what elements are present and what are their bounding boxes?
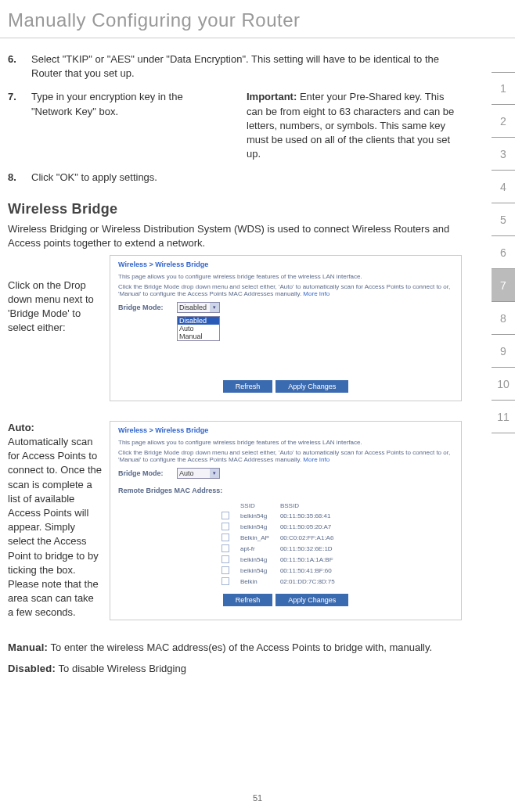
important-label: Important: [247,91,297,102]
screenshot-description-2: Click the Bridge Mode drop down menu and… [118,283,453,297]
bridge-mode-select[interactable]: Auto ▾ [177,468,220,479]
page-number: 51 [253,793,262,803]
step-6: 6. Select "TKIP" or "AES" under "Data En… [8,52,462,81]
section-tab-3[interactable]: 3 [492,138,515,171]
manual-text: To enter the wireless MAC address(es) of… [48,641,432,653]
table-row: belkin54g00:11:50:05:20:A7 [220,522,344,533]
disabled-label: Disabled: [8,663,56,674]
bridge-mode-dropdown[interactable]: Disabled Auto Manual [177,316,220,341]
step-7: 7. Type in your encryption key in the "N… [8,90,223,118]
table-row: apt-fr00:11:50:32:6E:1D [220,544,344,555]
refresh-button[interactable]: Refresh [223,594,273,606]
dropdown-option-auto[interactable]: Auto [178,325,219,332]
dropdown-option-manual[interactable]: Manual [178,332,219,340]
step-text: Select "TKIP" or "AES" under "Data Encry… [31,52,462,81]
bridge-mode-select[interactable]: Disabled ▾ [177,302,220,313]
screenshot-bridge-disabled: Wireless > Wireless Bridge This page all… [110,255,462,401]
manual-mode-line: Manual: To enter the wireless MAC addres… [8,640,462,656]
access-points-table: SSID BSSID belkin54g00:11:50:35:68:41 be… [220,501,344,587]
section-tab-7[interactable]: 7 [492,269,515,302]
checkbox[interactable] [221,555,229,563]
checkbox[interactable] [221,512,229,519]
step-number: 6. [8,52,31,81]
section-tab-4[interactable]: 4 [492,171,515,203]
screenshot-description: This page allows you to configure wirele… [118,439,453,446]
section-tabs: 1 2 3 4 5 6 7 8 9 10 11 [492,72,515,433]
section-tab-11[interactable]: 11 [492,401,515,433]
bridge-mode-label: Bridge Mode: [118,469,177,477]
screenshot-description-2: Click the Bridge Mode drop down menu and… [118,449,453,463]
checkbox[interactable] [221,544,229,552]
important-note: Important: Enter your Pre-Shared key. Th… [247,90,462,161]
wireless-bridge-intro: Wireless Bridging or Wireless Distributi… [8,222,462,250]
section-tab-9[interactable]: 9 [492,335,515,368]
disabled-mode-line: Disabled: To disable Wireless Bridging [8,661,462,677]
apply-changes-button[interactable]: Apply Changes [276,380,348,393]
dropdown-option-disabled[interactable]: Disabled [178,317,219,325]
step-8: 8. Click "OK" to apply settings. [8,171,462,185]
checkbox[interactable] [221,534,229,541]
apply-changes-button[interactable]: Apply Changes [276,594,348,606]
refresh-button[interactable]: Refresh [223,380,273,393]
more-info-link[interactable]: More Info [303,290,330,297]
table-row: Belkin_AP00:C0:02:FF:A1:A6 [220,533,344,544]
step-number: 7. [8,90,31,118]
bridge-mode-label: Bridge Mode: [118,304,177,311]
table-header-bssid: BSSID [279,501,344,511]
step-text: Click "OK" to apply settings. [31,171,462,185]
section-tab-6[interactable]: 6 [492,236,515,269]
chevron-down-icon[interactable]: ▾ [210,303,219,312]
chevron-down-icon[interactable]: ▾ [210,469,219,478]
table-row: Belkin02:01:DD:7C:8D:75 [220,577,344,587]
checkbox[interactable] [221,523,229,530]
auto-label: Auto: [8,421,102,435]
table-header-ssid: SSID [239,501,279,511]
breadcrumb: Wireless > Wireless Bridge [118,259,453,270]
bridge-mode-value: Disabled [179,304,207,311]
section-tab-1[interactable]: 1 [492,72,515,105]
step-number: 8. [8,171,31,185]
breadcrumb: Wireless > Wireless Bridge [118,425,453,436]
more-info-link[interactable]: More Info [303,456,330,463]
screenshot-description: This page allows you to configure wirele… [118,273,453,280]
section-tab-2[interactable]: 2 [492,105,515,138]
page-title: Manually Configuring your Router [0,0,515,38]
section-tab-5[interactable]: 5 [492,203,515,236]
checkbox[interactable] [221,577,229,585]
remote-bridges-label: Remote Bridges MAC Address: [118,487,453,494]
wireless-bridge-heading: Wireless Bridge [8,201,462,217]
manual-label: Manual: [8,641,48,653]
section-tab-8[interactable]: 8 [492,302,515,335]
auto-text: Automatically scan for Access Points to … [8,436,102,618]
disabled-text: To disable Wireless Bridging [56,663,186,674]
dropdown-instruction: Click on the Drop down menu next to 'Bri… [8,255,110,401]
section-tab-10[interactable]: 10 [492,368,515,401]
table-row: belkin54g00:11:50:35:68:41 [220,511,344,522]
screenshot-bridge-auto: Wireless > Wireless Bridge This page all… [110,421,462,620]
bridge-mode-value: Auto [179,469,194,477]
step-text: Type in your encryption key in the "Netw… [31,90,223,118]
table-row: belkin54g00:11:50:41:BF:60 [220,566,344,577]
checkbox[interactable] [221,566,229,574]
table-row: belkin54g00:11:50:1A:1A:BF [220,555,344,566]
